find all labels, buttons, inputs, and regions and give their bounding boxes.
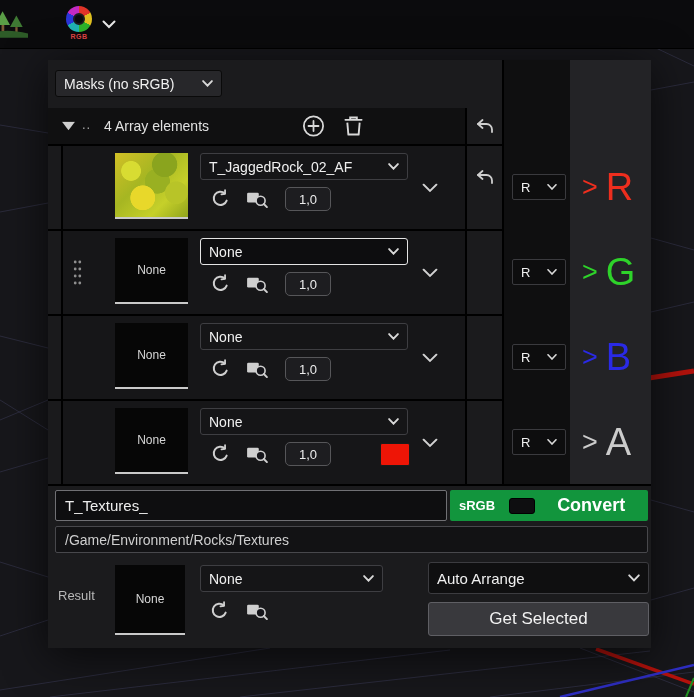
unreal-editor-screen: RGB Masks (no sRGB) .. 4 Array elements bbox=[0, 0, 694, 697]
browse-to-asset-button[interactable] bbox=[246, 445, 268, 463]
top-toolbar: RGB bbox=[0, 0, 694, 49]
plus-circle-icon bbox=[302, 115, 325, 138]
chevron-down-icon bbox=[202, 80, 213, 87]
array-elements-header: .. 4 Array elements bbox=[48, 108, 502, 146]
drag-handle[interactable] bbox=[73, 259, 82, 287]
row-left-gutter bbox=[48, 231, 63, 314]
array-element-row: T_JaggedRock_02_AF 1,0 bbox=[48, 146, 502, 231]
arrow-glyph: > bbox=[582, 429, 598, 456]
use-selected-asset-button[interactable] bbox=[210, 601, 229, 620]
srgb-label: sRGB bbox=[459, 498, 495, 513]
output-channel-a: > A bbox=[582, 420, 631, 464]
browse-to-asset-button[interactable] bbox=[246, 360, 268, 378]
masks-mode-label: Masks (no sRGB) bbox=[64, 76, 174, 92]
channel-letter: B bbox=[606, 338, 631, 376]
browse-to-asset-button[interactable] bbox=[246, 602, 268, 620]
thumbnail-label: None bbox=[136, 592, 165, 606]
use-selected-asset-button[interactable] bbox=[211, 274, 230, 293]
array-rows: T_JaggedRock_02_AF 1,0 bbox=[48, 146, 502, 484]
result-asset-dropdown[interactable]: None bbox=[200, 565, 383, 592]
dialog-top-strip: Masks (no sRGB) bbox=[48, 60, 502, 108]
rgb-wheel-icon bbox=[66, 6, 92, 32]
weight-value-field[interactable]: 1,0 bbox=[285, 187, 331, 211]
browse-magnifier-icon bbox=[246, 275, 268, 293]
expand-row-chevron[interactable] bbox=[422, 183, 438, 192]
chevron-down-icon bbox=[388, 248, 399, 255]
circular-arrow-icon bbox=[211, 274, 230, 293]
output-channel-g: > G bbox=[582, 250, 635, 294]
reset-to-default-button[interactable] bbox=[476, 119, 494, 133]
output-channels-column: > R > G > B > A bbox=[570, 60, 651, 484]
collapse-arrow-icon[interactable] bbox=[60, 120, 77, 133]
texture-thumbnail[interactable]: None bbox=[115, 323, 188, 389]
masks-mode-dropdown[interactable]: Masks (no sRGB) bbox=[55, 70, 222, 97]
get-selected-button[interactable]: Get Selected bbox=[428, 602, 649, 636]
channel-select-dropdown[interactable]: R bbox=[512, 429, 566, 455]
chevron-down-icon bbox=[547, 269, 557, 275]
undo-arrow-icon bbox=[476, 170, 494, 184]
array-count-label: 4 Array elements bbox=[104, 118, 209, 134]
grip-dots-icon bbox=[73, 259, 82, 287]
expand-row-chevron[interactable] bbox=[422, 268, 438, 277]
chevron-down-icon bbox=[547, 354, 557, 360]
texture-asset-dropdown[interactable]: None bbox=[200, 238, 408, 265]
thumbnail-label: None bbox=[137, 348, 166, 362]
chevron-down-icon bbox=[388, 333, 399, 340]
channel-value: R bbox=[521, 180, 530, 195]
header-reset-gutter bbox=[465, 108, 502, 144]
texture-thumbnail[interactable] bbox=[115, 153, 188, 219]
array-element-row: None None bbox=[48, 401, 502, 484]
trash-icon bbox=[344, 116, 363, 137]
expand-row-chevron[interactable] bbox=[422, 438, 438, 447]
texture-asset-dropdown[interactable]: None bbox=[200, 408, 408, 435]
browse-to-asset-button[interactable] bbox=[246, 275, 268, 293]
texture-asset-name: None bbox=[209, 244, 242, 260]
chevron-down-icon[interactable] bbox=[100, 18, 118, 31]
row-reset-gutter bbox=[465, 146, 502, 229]
weight-value-field[interactable]: 1,0 bbox=[285, 442, 331, 466]
channel-select-dropdown[interactable]: R bbox=[512, 174, 566, 200]
texture-asset-dropdown[interactable]: None bbox=[200, 323, 408, 350]
weight-value-field[interactable]: 1,0 bbox=[285, 357, 331, 381]
thumbnail-label: None bbox=[137, 263, 166, 277]
circular-arrow-icon bbox=[211, 189, 230, 208]
srgb-toggle[interactable] bbox=[509, 498, 535, 514]
texture-asset-name: None bbox=[209, 414, 242, 430]
channel-select-dropdown[interactable]: R bbox=[512, 344, 566, 370]
delete-array-elements-button[interactable] bbox=[344, 116, 363, 137]
browse-to-asset-button[interactable] bbox=[246, 190, 268, 208]
texture-asset-dropdown[interactable]: T_JaggedRock_02_AF bbox=[200, 153, 408, 180]
red-axis-line-bottom bbox=[596, 649, 694, 684]
reset-to-default-button[interactable] bbox=[476, 170, 494, 184]
result-asset-name: None bbox=[209, 571, 242, 587]
arrow-glyph: > bbox=[582, 344, 598, 371]
auto-arrange-dropdown[interactable]: Auto Arrange bbox=[428, 562, 649, 594]
circular-arrow-icon bbox=[210, 601, 229, 620]
chevron-down-icon bbox=[628, 574, 640, 582]
rgb-icon-label: RGB bbox=[64, 33, 94, 40]
channel-select-dropdown[interactable]: R bbox=[512, 259, 566, 285]
expand-row-chevron[interactable] bbox=[422, 353, 438, 362]
auto-arrange-label: Auto Arrange bbox=[437, 570, 525, 587]
row-left-gutter bbox=[48, 316, 63, 399]
texture-thumbnail[interactable]: None bbox=[115, 238, 188, 304]
channel-letter: R bbox=[606, 168, 633, 206]
result-thumbnail[interactable]: None bbox=[115, 565, 185, 635]
output-path-input[interactable] bbox=[55, 526, 648, 553]
texture-name-input[interactable] bbox=[55, 490, 447, 521]
weight-value-field[interactable]: 1,0 bbox=[285, 272, 331, 296]
landscape-trees-icon[interactable] bbox=[0, 8, 28, 42]
channel-value: R bbox=[521, 435, 530, 450]
color-swatch[interactable] bbox=[380, 443, 410, 466]
thumbnail-label: None bbox=[137, 433, 166, 447]
convert-button[interactable]: Convert bbox=[557, 495, 625, 516]
add-array-element-button[interactable] bbox=[302, 115, 325, 138]
use-selected-asset-button[interactable] bbox=[211, 444, 230, 463]
output-channel-b: > B bbox=[582, 335, 631, 379]
texture-thumbnail[interactable]: None bbox=[115, 408, 188, 474]
blue-axis-line bbox=[560, 665, 694, 697]
rgb-color-tool-button[interactable]: RGB bbox=[64, 6, 94, 40]
circular-arrow-icon bbox=[211, 444, 230, 463]
use-selected-asset-button[interactable] bbox=[211, 359, 230, 378]
use-selected-asset-button[interactable] bbox=[211, 189, 230, 208]
